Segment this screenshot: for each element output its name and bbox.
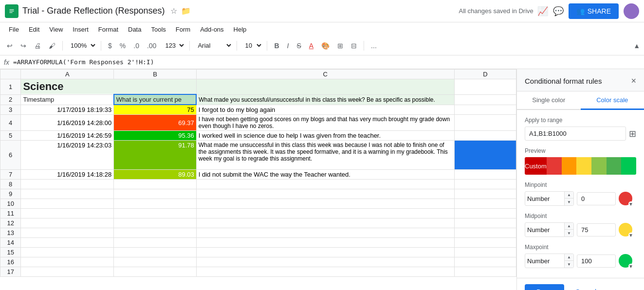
borders-button[interactable]: ⊞: [334, 40, 346, 52]
collapse-button[interactable]: ▲: [633, 42, 640, 50]
row-num-5: 5: [0, 131, 21, 141]
decimal-less-button[interactable]: .0: [130, 40, 142, 52]
formula-input[interactable]: [13, 58, 640, 66]
strikethrough-button[interactable]: S: [294, 40, 304, 52]
menu-data[interactable]: Data: [124, 24, 145, 35]
minpoint-up[interactable]: ▲: [565, 192, 573, 199]
redo-button[interactable]: ↪: [18, 40, 29, 52]
menu-file[interactable]: File: [5, 24, 23, 35]
more-options-button[interactable]: ...: [368, 40, 380, 52]
highlight-color-button[interactable]: 🎨: [318, 40, 332, 52]
cell-b6[interactable]: 91.78: [114, 141, 197, 170]
maxpoint-down[interactable]: ▼: [565, 261, 573, 268]
currency-button[interactable]: $: [105, 40, 115, 52]
midpoint-up[interactable]: ▲: [565, 223, 573, 230]
percent-button[interactable]: %: [117, 40, 129, 52]
cell-c5[interactable]: I worked well in science due to help I w…: [196, 131, 454, 141]
minpoint-color-button[interactable]: ▼: [619, 192, 632, 205]
midpoint-color-button[interactable]: ▼: [619, 223, 632, 236]
panel-close-button[interactable]: ×: [631, 76, 636, 86]
minpoint-type-select[interactable]: Number Percent Percentile Formula: [525, 193, 564, 205]
menu-form[interactable]: Form: [172, 24, 194, 35]
cancel-button[interactable]: Cancel: [569, 284, 602, 290]
cell-d6[interactable]: [454, 141, 516, 170]
menu-insert[interactable]: Insert: [69, 24, 92, 35]
menu-edit[interactable]: Edit: [25, 24, 43, 35]
minpoint-value-input[interactable]: [577, 192, 616, 205]
preview-yellow-segment: [576, 157, 591, 175]
menu-view[interactable]: View: [45, 24, 67, 35]
undo-button[interactable]: ↩: [4, 40, 16, 52]
avatar[interactable]: [624, 3, 639, 19]
format-select[interactable]: 123: [161, 40, 185, 51]
comment-icon[interactable]: 💬: [553, 6, 564, 17]
tab-single-color[interactable]: Single color: [517, 91, 581, 109]
cell-c6[interactable]: What made me unsuccessful in this class …: [196, 141, 454, 170]
corner-cell: [0, 70, 21, 79]
col-header-d[interactable]: D: [454, 70, 516, 79]
italic-button[interactable]: I: [284, 40, 292, 52]
midpoint-value-input[interactable]: [577, 223, 616, 236]
cell-d7[interactable]: [454, 170, 516, 180]
paint-format-button[interactable]: 🖌: [46, 40, 58, 52]
cell-b2[interactable]: What is your current pe: [114, 94, 197, 105]
maxpoint-up[interactable]: ▲: [565, 254, 573, 261]
cell-a5[interactable]: 1/16/2019 14:26:59: [21, 131, 114, 141]
table-row: 17: [0, 267, 516, 277]
maxpoint-color-button[interactable]: ▼: [619, 254, 632, 268]
minpoint-down[interactable]: ▼: [565, 199, 573, 205]
share-button[interactable]: 👥 SHARE: [569, 3, 619, 19]
done-button[interactable]: Done: [525, 284, 564, 290]
font-size-select[interactable]: 10: [241, 40, 263, 51]
folder-icon[interactable]: 📁: [181, 6, 191, 16]
menu-help[interactable]: Help: [230, 24, 251, 35]
grid-icon[interactable]: ⊞: [629, 128, 636, 139]
col-header-c[interactable]: C: [196, 70, 454, 79]
cell-b5[interactable]: 95.36: [114, 131, 197, 141]
cell-c3[interactable]: I forgot to do my blog again: [196, 105, 454, 115]
menu-tools[interactable]: Tools: [147, 24, 169, 35]
tab-color-scale[interactable]: Color scale: [581, 91, 644, 110]
spreadsheet[interactable]: A B C D 1 Science 2 Timestamp: [0, 69, 516, 290]
zoom-select[interactable]: 100%: [67, 40, 97, 51]
cell-a6[interactable]: 1/16/2019 14:23:03: [21, 141, 114, 170]
cell-c1[interactable]: [196, 79, 454, 95]
maxpoint-type-select[interactable]: Number Percent Percentile Formula: [525, 255, 564, 267]
cell-a4[interactable]: 1/16/2019 14:28:00: [21, 115, 114, 131]
cell-d3[interactable]: [454, 105, 516, 115]
cell-d5[interactable]: [454, 131, 516, 141]
cell-a2[interactable]: Timestamp: [21, 94, 114, 105]
cell-b7[interactable]: 89.03: [114, 170, 197, 180]
cell-c2[interactable]: What made you successful/unsuccessful in…: [196, 94, 454, 105]
cell-d4[interactable]: [454, 115, 516, 131]
table-row: 7 1/16/2019 14:18:28 89.03 I did not sub…: [0, 170, 516, 180]
cell-a7[interactable]: 1/16/2019 14:18:28: [21, 170, 114, 180]
table-row: 13: [0, 228, 516, 238]
bold-button[interactable]: B: [271, 40, 282, 52]
menu-addons[interactable]: Add-ons: [196, 24, 227, 35]
cell-b3[interactable]: 75: [114, 105, 197, 115]
maxpoint-value-input[interactable]: [577, 254, 616, 268]
trend-icon[interactable]: 📈: [537, 6, 548, 17]
cell-c7[interactable]: I did not submit the WAC the way the Tea…: [196, 170, 454, 180]
decimal-more-button[interactable]: .00: [144, 40, 159, 52]
cell-b4[interactable]: 69.37: [114, 115, 197, 131]
midpoint-label: Midpoint: [525, 213, 636, 219]
col-header-a[interactable]: A: [21, 70, 114, 79]
menu-format[interactable]: Format: [94, 24, 122, 35]
cell-a1[interactable]: Science: [21, 79, 196, 95]
svg-rect-1: [10, 9, 14, 10]
cell-d1[interactable]: [454, 79, 516, 95]
col-header-b[interactable]: B: [114, 70, 197, 79]
midpoint-down[interactable]: ▼: [565, 230, 573, 236]
text-color-button[interactable]: A: [306, 40, 316, 52]
font-select[interactable]: Arial: [194, 40, 233, 51]
cell-d2[interactable]: [454, 94, 516, 105]
star-icon[interactable]: ☆: [170, 6, 177, 16]
merge-cells-button[interactable]: ⊟: [348, 40, 360, 52]
midpoint-type-select[interactable]: Number Percent Percentile Formula: [525, 224, 564, 236]
print-button[interactable]: 🖨: [31, 40, 44, 52]
range-input[interactable]: [525, 127, 626, 141]
cell-a3[interactable]: 1/17/2019 18:19:33: [21, 105, 114, 115]
cell-c4[interactable]: I have not been getting good scores on m…: [196, 115, 454, 131]
